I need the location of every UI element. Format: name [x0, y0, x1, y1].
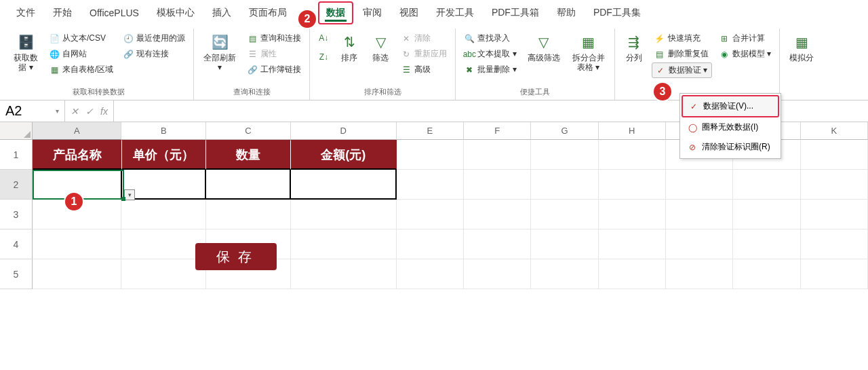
- cell[interactable]: [531, 259, 598, 289]
- fx-icon[interactable]: fx: [100, 106, 108, 117]
- find-import-button[interactable]: 🔍查找录入: [461, 31, 519, 45]
- tab-review[interactable]: 审阅: [355, 1, 390, 24]
- workbook-links-button[interactable]: 🔗工作簿链接: [244, 62, 304, 77]
- batch-delete-button[interactable]: ✖批量删除 ▾: [461, 62, 519, 77]
- col-header[interactable]: D: [291, 122, 397, 140]
- cell-dropdown-handle[interactable]: ▾: [124, 189, 135, 200]
- tab-pagelayout[interactable]: 页面布局: [241, 1, 295, 24]
- tab-view[interactable]: 视图: [391, 1, 427, 24]
- cell[interactable]: [801, 200, 868, 229]
- from-csv-button[interactable]: 📄从文本/CSV: [46, 31, 116, 45]
- cell[interactable]: [464, 229, 531, 259]
- cell[interactable]: [733, 259, 800, 289]
- cell[interactable]: [599, 259, 666, 289]
- filter-button[interactable]: ▽ 筛选: [367, 31, 394, 64]
- dv-menu-circle[interactable]: ◯ 圈释无效数据(I): [682, 117, 779, 137]
- refresh-all-button[interactable]: 🔄 全部刷新 ▾: [199, 31, 240, 73]
- row-header[interactable]: 3: [0, 200, 33, 229]
- advanced-filter-button[interactable]: ☰高级: [398, 62, 450, 77]
- row-header[interactable]: 1: [0, 140, 33, 170]
- split-merge-button[interactable]: ▦ 拆分合并 表格 ▾: [568, 31, 609, 73]
- table-header[interactable]: 单价（元）: [122, 140, 207, 170]
- col-header[interactable]: E: [397, 122, 464, 140]
- cell[interactable]: [291, 229, 397, 259]
- recent-sources-button[interactable]: 🕘最近使用的源: [120, 31, 188, 45]
- get-data-button[interactable]: 🗄️ 获取数 据 ▾: [9, 31, 42, 73]
- tab-file[interactable]: 文件: [8, 1, 43, 24]
- col-header[interactable]: F: [464, 122, 531, 140]
- cell[interactable]: [666, 259, 733, 289]
- remove-dupes-button[interactable]: ▤删除重复值: [652, 47, 712, 61]
- table-header[interactable]: 产品名称: [33, 140, 122, 170]
- whatif-button[interactable]: ▦ 模拟分: [785, 31, 818, 64]
- name-box[interactable]: A2 ▾: [0, 100, 65, 122]
- cell[interactable]: [397, 200, 464, 229]
- cell[interactable]: [801, 229, 868, 259]
- cell[interactable]: [121, 259, 206, 289]
- sort-button[interactable]: ⇅ 排序: [336, 31, 363, 64]
- row-header[interactable]: 4: [0, 229, 33, 259]
- tab-insert[interactable]: 插入: [204, 1, 239, 24]
- cell[interactable]: [531, 140, 598, 170]
- row-header[interactable]: 2: [0, 170, 33, 200]
- cell[interactable]: [33, 259, 121, 289]
- data-model-button[interactable]: ◉数据模型 ▾: [716, 47, 774, 61]
- tab-help[interactable]: 帮助: [549, 1, 584, 24]
- col-header[interactable]: C: [206, 122, 291, 140]
- cell[interactable]: [733, 200, 800, 229]
- data-validation-button[interactable]: ✓ 数据验证 ▾: [652, 62, 712, 78]
- col-header[interactable]: B: [121, 122, 206, 140]
- cell[interactable]: [397, 229, 464, 259]
- cell[interactable]: [464, 200, 531, 229]
- cell[interactable]: [33, 229, 121, 259]
- cell[interactable]: [666, 200, 733, 229]
- row-header[interactable]: 5: [0, 259, 33, 289]
- table-header[interactable]: 数量: [206, 140, 291, 170]
- cell[interactable]: [599, 229, 666, 259]
- cell[interactable]: [801, 170, 868, 200]
- tab-officeplus[interactable]: OfficePLUS: [81, 2, 147, 24]
- from-range-button[interactable]: ▦来自表格/区域: [46, 62, 116, 77]
- cell[interactable]: [397, 170, 464, 200]
- sort-desc-button[interactable]: Z↓: [315, 50, 332, 64]
- sort-asc-button[interactable]: A↓: [315, 31, 332, 45]
- cell[interactable]: [599, 170, 666, 200]
- cell[interactable]: [733, 170, 800, 200]
- cell[interactable]: [801, 259, 868, 289]
- tab-developer[interactable]: 开发工具: [428, 1, 482, 24]
- dv-menu-clear[interactable]: ⊘ 清除验证标识圈(R): [682, 137, 779, 157]
- cell[interactable]: [666, 170, 733, 200]
- tab-data[interactable]: 数据: [318, 1, 353, 24]
- existing-conn-button[interactable]: 🔗现有连接: [120, 47, 188, 61]
- cell[interactable]: [291, 170, 397, 200]
- table-header[interactable]: 金额(元): [291, 140, 397, 170]
- tab-pdftools[interactable]: PDF工具集: [585, 1, 649, 24]
- cell[interactable]: [801, 140, 868, 170]
- select-all-corner[interactable]: [0, 122, 33, 140]
- cell[interactable]: [206, 170, 291, 200]
- from-web-button[interactable]: 🌐自网站: [46, 47, 116, 61]
- cell[interactable]: [206, 200, 291, 229]
- cell[interactable]: [291, 259, 397, 289]
- tab-home[interactable]: 开始: [45, 1, 80, 24]
- cell[interactable]: [531, 170, 598, 200]
- save-button[interactable]: 保存: [195, 243, 277, 270]
- cell[interactable]: [531, 229, 598, 259]
- cell[interactable]: [291, 200, 397, 229]
- cell[interactable]: [464, 259, 531, 289]
- cell[interactable]: [666, 229, 733, 259]
- col-header[interactable]: K: [801, 122, 868, 140]
- cell[interactable]: [121, 229, 206, 259]
- col-header[interactable]: G: [531, 122, 598, 140]
- cell[interactable]: [121, 200, 206, 229]
- tab-pdfkit[interactable]: PDF工具箱: [484, 1, 547, 24]
- adv-filter-button[interactable]: ▽ 高级筛选: [524, 31, 564, 64]
- cell[interactable]: [599, 200, 666, 229]
- cell[interactable]: [531, 200, 598, 229]
- cell[interactable]: [397, 140, 464, 170]
- flash-fill-button[interactable]: ⚡快速填充: [652, 31, 712, 45]
- cell[interactable]: [733, 229, 800, 259]
- consolidate-button[interactable]: ⊞合并计算: [716, 31, 774, 45]
- cell[interactable]: [599, 140, 666, 170]
- dv-menu-validation[interactable]: ✓ 数据验证(V)...: [682, 95, 779, 117]
